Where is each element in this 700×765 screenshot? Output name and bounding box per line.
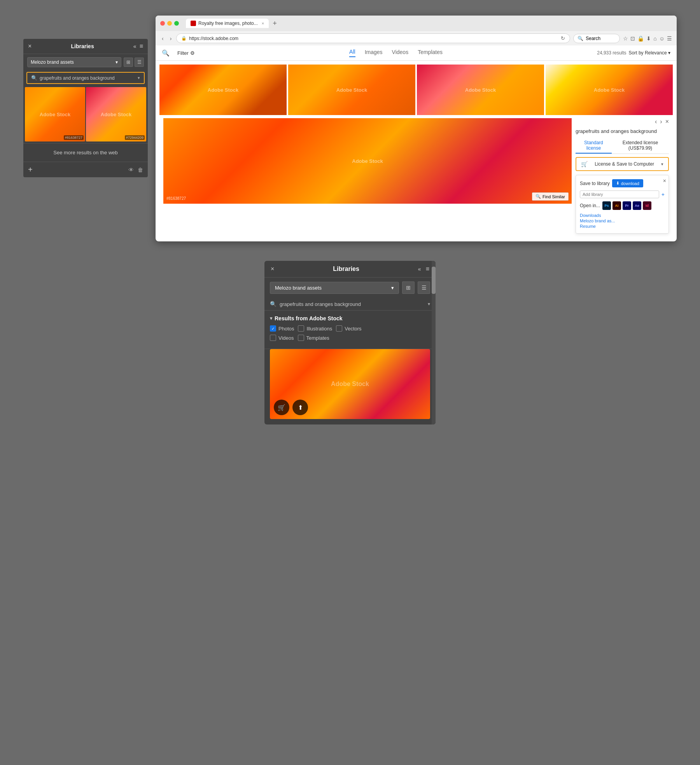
filter-label: Filter	[177, 50, 189, 56]
detail-image[interactable]: Adobe Stock #81638727 🔍 Find Similar	[163, 118, 572, 204]
large-panel-collapse-button[interactable]: «	[418, 266, 421, 272]
panel-header: × Libraries « ≡	[23, 39, 148, 54]
home-icon[interactable]: ⌂	[653, 35, 656, 42]
popup-close-button[interactable]: ×	[663, 178, 666, 184]
image-grid: Adobe Stock Adobe Stock Adobe Stock Adob…	[159, 65, 673, 115]
large-panel-icons: « ≡	[418, 265, 429, 272]
grid-image-1[interactable]: Adobe Stock	[159, 65, 287, 115]
resume-link[interactable]: Resume	[580, 224, 665, 229]
address-bar[interactable]: 🔒 https://stock.adobe.com ↻	[176, 33, 570, 43]
download-button[interactable]: ⬇ download	[612, 179, 643, 187]
scrollbar-track[interactable]	[432, 261, 436, 424]
tab-close-button[interactable]: ×	[262, 21, 264, 26]
filter-videos[interactable]: Videos	[270, 335, 294, 341]
melozo-link[interactable]: Melozo brand as...	[580, 218, 665, 223]
grid-image-3[interactable]: Adobe Stock	[417, 65, 544, 115]
add-library-input[interactable]	[580, 190, 659, 198]
detail-close-button[interactable]: ×	[665, 118, 669, 125]
forward-button[interactable]: ›	[168, 35, 173, 42]
browser-window: Royalty free images, photo... × + ‹ › 🔒 …	[156, 16, 677, 241]
detail-prev-button[interactable]: ‹	[655, 118, 657, 125]
downloads-link[interactable]: Downloads	[580, 213, 665, 218]
stock-search-icon[interactable]: 🔍	[162, 49, 170, 57]
app-indesign-icon[interactable]: Id	[643, 201, 651, 210]
maximize-dot[interactable]	[174, 21, 179, 26]
extended-license-tab[interactable]: Extended license (US$79.99)	[612, 138, 669, 154]
large-search-query: grapefruits and oranges background	[280, 301, 425, 307]
filter-photos[interactable]: Photos	[270, 325, 294, 332]
close-dot[interactable]	[160, 21, 165, 26]
browser-search-bar[interactable]: 🔍 Search	[573, 34, 620, 43]
large-dropdown-chevron: ▾	[391, 285, 394, 291]
large-library-dropdown[interactable]: Melozo brand assets ▾	[270, 282, 399, 294]
reader-icon[interactable]: ⊡	[630, 35, 635, 42]
sort-dropdown[interactable]: Sort by Relevance ▾	[629, 50, 670, 56]
panel-image-1-bg: Adobe Stock #81638727	[25, 87, 85, 141]
filter-illustrations[interactable]: Illustrations	[298, 325, 332, 332]
filter-vectors[interactable]: Vectors	[336, 325, 361, 332]
detail-next-button[interactable]: ›	[660, 118, 662, 125]
panel-image-2[interactable]: Adobe Stock #72944209	[86, 87, 146, 141]
large-search-row[interactable]: 🔍 grapefruits and oranges background ▾	[264, 298, 436, 311]
download-icon[interactable]: ⬇	[646, 35, 651, 42]
tab-templates[interactable]: Templates	[418, 49, 443, 57]
browser-tab-active[interactable]: Royalty free images, photo... ×	[186, 19, 269, 28]
trash-icon[interactable]: 🗑	[138, 167, 143, 173]
bookmark-icon[interactable]: ☆	[623, 35, 628, 42]
panel-image-1[interactable]: Adobe Stock #81638727	[25, 87, 85, 141]
panel-close-button[interactable]: ×	[28, 43, 32, 50]
scrollbar-thumb[interactable]	[432, 267, 436, 294]
filter-templates[interactable]: Templates	[298, 335, 329, 341]
large-hamburger-icon[interactable]: ≡	[426, 265, 429, 272]
vectors-checkbox[interactable]	[336, 325, 342, 332]
refresh-icon[interactable]: ↻	[561, 35, 565, 41]
add-button[interactable]: +	[28, 165, 33, 174]
menu-icon[interactable]: ☰	[667, 35, 672, 42]
pocket-icon[interactable]: 🔒	[637, 35, 644, 42]
license-save-button[interactable]: 🛒 License & Save to Computer ▾	[576, 157, 669, 171]
view-toggle: ⊞ ☰	[124, 58, 144, 67]
app-illustrator-icon[interactable]: Ai	[612, 201, 621, 210]
back-button[interactable]: ‹	[160, 35, 165, 42]
cart-overlay-button[interactable]: 🛒	[274, 400, 289, 415]
grid-view-button[interactable]: ⊞	[124, 58, 133, 67]
eye-icon[interactable]: 👁	[128, 167, 134, 173]
templates-checkbox[interactable]	[298, 335, 304, 341]
sort-label: Sort by Relevance	[629, 50, 667, 56]
filter-button[interactable]: Filter ⚙	[177, 50, 195, 56]
grid-image-2[interactable]: Adobe Stock	[288, 65, 415, 115]
search-bar[interactable]: 🔍 grapefruits and oranges background ▾	[26, 72, 145, 84]
upload-overlay-button[interactable]: ⬆	[292, 400, 308, 415]
app-premiere-icon[interactable]: Pr	[623, 201, 631, 210]
standard-license-tab[interactable]: Standard license	[576, 138, 612, 154]
tab-images[interactable]: Images	[365, 49, 383, 57]
large-image-preview[interactable]: Adobe Stock 🛒 ⬆	[270, 349, 430, 419]
large-grid-view-button[interactable]: ⊞	[402, 281, 415, 294]
large-list-view-button[interactable]: ☰	[418, 281, 430, 294]
profile-icon[interactable]: ☺	[659, 35, 665, 42]
tab-videos[interactable]: Videos	[392, 49, 409, 57]
hamburger-icon[interactable]: ≡	[140, 43, 143, 50]
add-plus-icon[interactable]: +	[662, 191, 665, 197]
save-links: Downloads Melozo brand as... Resume	[580, 213, 665, 229]
minimize-dot[interactable]	[167, 21, 172, 26]
find-similar-button[interactable]: 🔍 Find Similar	[532, 192, 569, 201]
stock-nav: 🔍 Filter ⚙ All Images Videos Templates 2…	[156, 45, 677, 61]
large-panel-close-button[interactable]: ×	[271, 265, 274, 272]
app-photoshop-icon[interactable]: Ps	[602, 201, 611, 210]
large-search-chevron-icon: ▾	[428, 301, 430, 307]
tab-all[interactable]: All	[349, 49, 355, 57]
see-more-web[interactable]: See more results on the web	[23, 143, 148, 162]
filter-icon: ⚙	[190, 50, 195, 56]
library-dropdown[interactable]: Melozo brand assets ▾	[27, 57, 121, 67]
list-view-button[interactable]: ☰	[135, 58, 144, 67]
photos-checkbox[interactable]	[270, 325, 276, 332]
large-panel-header: × Libraries « ≡	[264, 261, 436, 278]
new-tab-button[interactable]: +	[270, 19, 279, 28]
grid-image-4[interactable]: Adobe Stock	[546, 65, 673, 115]
app-aftereffects-icon[interactable]: Ae	[633, 201, 641, 210]
lock-icon: 🔒	[181, 36, 187, 41]
videos-checkbox[interactable]	[270, 335, 276, 341]
illustrations-checkbox[interactable]	[298, 325, 304, 332]
panel-collapse-button[interactable]: «	[133, 43, 136, 50]
